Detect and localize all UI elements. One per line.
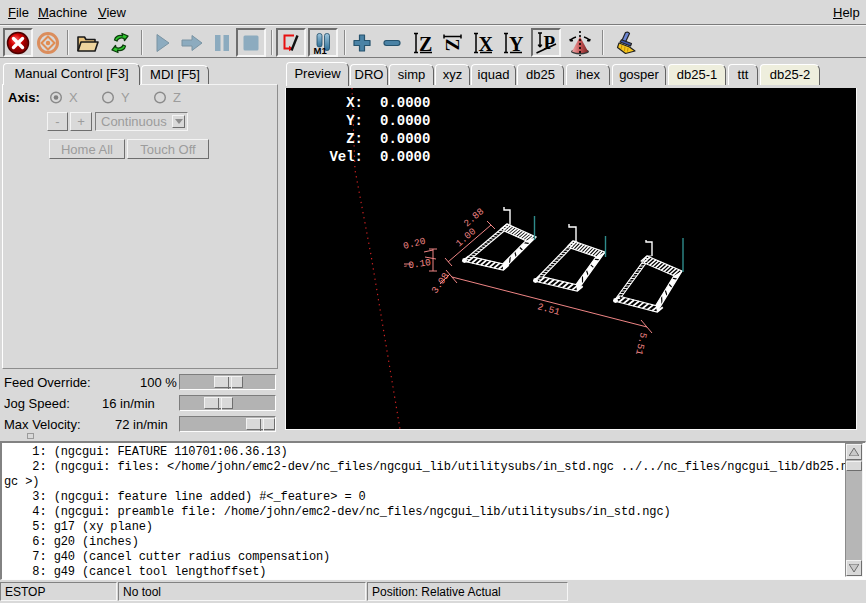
svg-text:1.00: 1.00 bbox=[454, 226, 479, 249]
svg-text:Z:: Z: bbox=[346, 131, 363, 147]
svg-text:0.0000: 0.0000 bbox=[380, 149, 430, 165]
svg-text:Z: Z bbox=[442, 39, 463, 52]
svg-text:0.0000: 0.0000 bbox=[380, 131, 430, 147]
svg-text:Z: Z bbox=[419, 33, 432, 55]
svg-text:Y:: Y: bbox=[346, 113, 363, 129]
svg-text:3.08: 3.08 bbox=[429, 270, 451, 295]
svg-text:Y: Y bbox=[509, 33, 524, 55]
svg-text:0.20: 0.20 bbox=[402, 236, 427, 252]
svg-text:0.0000: 0.0000 bbox=[380, 95, 430, 111]
svg-text:5.51: 5.51 bbox=[633, 331, 649, 356]
svg-text:M1: M1 bbox=[314, 44, 328, 55]
svg-text:X: X bbox=[479, 33, 494, 55]
svg-text:Vel:: Vel: bbox=[329, 149, 363, 165]
svg-text:-0.10: -0.10 bbox=[402, 257, 432, 272]
svg-text:X:: X: bbox=[346, 95, 363, 111]
svg-text:0.0000: 0.0000 bbox=[380, 113, 430, 129]
svg-text:2.88: 2.88 bbox=[462, 206, 487, 229]
